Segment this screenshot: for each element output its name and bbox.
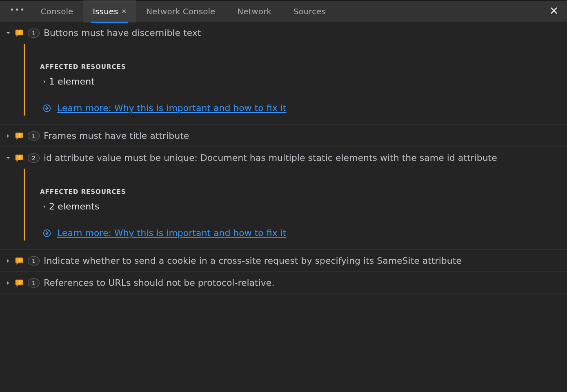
tab-label: Console [41,7,73,16]
chevron-down-icon [6,156,11,160]
chevron-right-icon [6,259,11,263]
svg-rect-5 [19,156,20,158]
issue-count-badge: 1 [28,278,40,287]
arrow-circle-right-icon [42,104,51,113]
warning-speech-icon [15,131,24,140]
tab-issues[interactable]: Issues ✕ [83,0,136,22]
issue-item: 2 id attribute value must be unique: Doc… [0,147,567,250]
svg-rect-1 [19,33,20,34]
devtools-tabbar: ••• Console Issues ✕ Network Console Net… [0,0,567,22]
issue-item: 1 References to URLs should not be proto… [0,272,567,294]
issue-item: 1 Indicate whether to send a cookie in a… [0,250,567,272]
svg-rect-0 [19,31,20,33]
warning-speech-icon [15,278,24,287]
issue-header[interactable]: 1 Frames must have title attribute [0,125,567,147]
tab-console[interactable]: Console [31,0,83,22]
issue-title: References to URLs should not be protoco… [44,278,274,288]
issue-body: AFFECTED RESOURCES 2 elements Learn more… [0,169,567,249]
svg-rect-10 [19,281,20,283]
svg-rect-11 [19,283,20,284]
issue-header[interactable]: 1 References to URLs should not be proto… [0,272,567,294]
affected-resources-label: AFFECTED RESOURCES [40,188,567,196]
svg-rect-3 [19,134,20,136]
chevron-down-icon [6,31,11,35]
tab-label: Network Console [146,7,215,16]
learn-more-link[interactable]: Learn more: Why this is important and ho… [57,103,286,113]
issue-count-badge: 2 [28,154,40,163]
close-panel-icon[interactable] [545,6,563,17]
affected-elements-count: 2 elements [49,201,99,212]
chevron-right-icon [42,80,47,84]
issue-item: 1 Buttons must have discernible text AFF… [0,22,567,125]
svg-rect-6 [19,158,20,159]
affected-resources-label: AFFECTED RESOURCES [40,63,567,71]
issue-header[interactable]: 1 Buttons must have discernible text [0,22,567,44]
svg-rect-9 [19,261,20,262]
tab-label: Network [237,7,271,16]
chevron-right-icon [6,281,11,285]
tab-label: Sources [294,7,326,16]
tab-label: Issues [93,7,118,16]
warning-speech-icon [15,29,24,38]
issues-list: 1 Buttons must have discernible text AFF… [0,22,567,294]
affected-elements-toggle[interactable]: 1 element [42,76,567,87]
more-menu-icon[interactable]: ••• [4,5,31,14]
warning-speech-icon [15,256,24,265]
issue-count-badge: 1 [28,256,40,265]
issue-title: Buttons must have discernible text [44,28,201,38]
issue-title: id attribute value must be unique: Docum… [44,153,497,163]
warning-speech-icon [15,154,24,163]
issue-item: 1 Frames must have title attribute [0,125,567,147]
chevron-right-icon [42,205,47,209]
affected-elements-toggle[interactable]: 2 elements [42,201,567,212]
learn-more-link[interactable]: Learn more: Why this is important and ho… [57,228,286,238]
svg-rect-4 [19,136,20,137]
issue-header[interactable]: 1 Indicate whether to send a cookie in a… [0,250,567,272]
issue-count-badge: 1 [28,131,40,140]
issue-header[interactable]: 2 id attribute value must be unique: Doc… [0,147,567,169]
chevron-right-icon [6,134,11,138]
tab-network[interactable]: Network [225,0,284,22]
learn-more-row: Learn more: Why this is important and ho… [42,228,567,238]
tab-network-console[interactable]: Network Console [136,0,225,22]
learn-more-row: Learn more: Why this is important and ho… [42,103,567,113]
tab-sources[interactable]: Sources [284,0,336,22]
issue-title: Frames must have title attribute [44,131,189,141]
affected-elements-count: 1 element [49,76,95,87]
close-icon[interactable]: ✕ [121,8,127,15]
issue-title: Indicate whether to send a cookie in a c… [44,256,462,266]
issue-body: AFFECTED RESOURCES 1 element Learn more:… [0,44,567,125]
svg-rect-8 [19,258,20,261]
arrow-circle-right-icon [42,229,51,238]
issue-count-badge: 1 [28,29,40,38]
